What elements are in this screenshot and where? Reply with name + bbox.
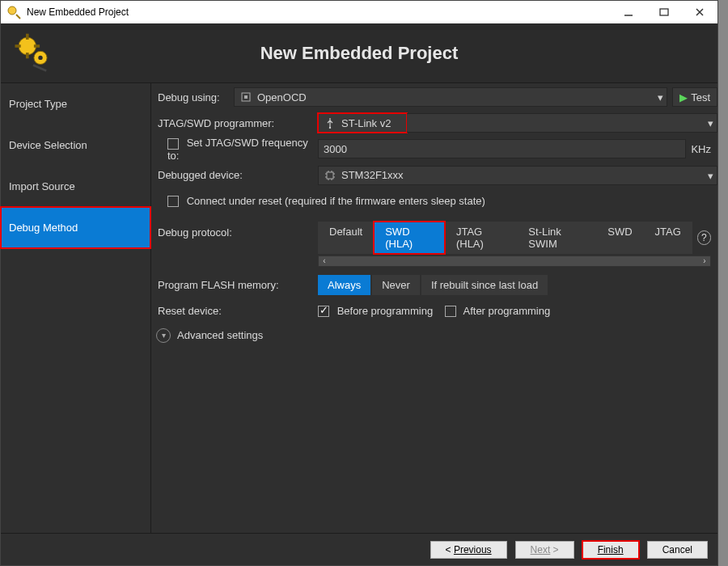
scroll-right-arrow-icon[interactable]: › bbox=[699, 256, 710, 265]
protocol-tab-jtag[interactable]: JTAG bbox=[644, 222, 692, 254]
chevron-down-icon: ▾ bbox=[156, 328, 171, 343]
sidebar-item-debug-method[interactable]: Debug Method bbox=[1, 207, 150, 248]
set-frequency-label: Set JTAG/SWD frequency to: bbox=[167, 137, 308, 162]
protocol-tab-swd-hla[interactable]: SWD (HLA) bbox=[374, 222, 445, 254]
svg-point-0 bbox=[8, 6, 16, 15]
advanced-expander[interactable]: ▾ Advanced settings bbox=[156, 328, 717, 343]
sidebar-item-import-source[interactable]: Import Source bbox=[1, 166, 150, 207]
wizard-footer: < Previous Next > Finish Cancel bbox=[1, 533, 717, 565]
svg-rect-1 bbox=[660, 9, 668, 15]
connect-reset-checkbox[interactable] bbox=[167, 196, 179, 207]
dialog-body: Project Type Device Selection Import Sou… bbox=[1, 83, 717, 533]
svg-rect-12 bbox=[327, 172, 333, 179]
protocol-tabs: Default SWD (HLA) JTAG (HLA) St-Link SWI… bbox=[318, 222, 692, 254]
scroll-left-arrow-icon[interactable]: ‹ bbox=[319, 256, 330, 265]
flash-option-always[interactable]: Always bbox=[318, 275, 370, 295]
svg-rect-7 bbox=[35, 45, 39, 47]
device-label: Debugged device: bbox=[156, 169, 318, 181]
programmer-select[interactable]: ST-Link v2 bbox=[318, 113, 407, 133]
svg-rect-4 bbox=[27, 34, 28, 38]
dialog-title: New Embedded Project bbox=[66, 43, 653, 64]
protocol-label: Debug protocol: bbox=[156, 222, 318, 239]
svg-point-2 bbox=[19, 37, 36, 55]
dialog-header: New Embedded Project bbox=[1, 23, 717, 83]
protocol-tab-swd[interactable]: SWD bbox=[596, 222, 643, 254]
flash-option-never[interactable]: Never bbox=[372, 275, 420, 295]
reset-after-checkbox[interactable] bbox=[445, 306, 456, 317]
flash-options: Always Never If rebuilt since last load bbox=[318, 275, 549, 295]
finish-button[interactable]: Finish bbox=[582, 541, 639, 559]
cancel-button[interactable]: Cancel bbox=[647, 541, 708, 559]
openocd-icon bbox=[239, 91, 252, 103]
next-button[interactable]: Next > bbox=[515, 541, 574, 559]
chevron-down-icon: ▾ bbox=[658, 91, 663, 103]
programmer-value: ST-Link v2 bbox=[341, 117, 391, 129]
svg-rect-5 bbox=[27, 53, 28, 57]
minimize-button[interactable] bbox=[611, 1, 646, 23]
help-icon[interactable]: ? bbox=[697, 230, 711, 245]
wizard-sidebar: Project Type Device Selection Import Sou… bbox=[1, 83, 151, 533]
reset-before-checkbox[interactable] bbox=[318, 306, 329, 317]
frequency-input[interactable]: 3000 bbox=[318, 139, 686, 158]
chip-icon bbox=[324, 169, 336, 182]
svg-rect-10 bbox=[244, 95, 248, 99]
sidebar-item-device-selection[interactable]: Device Selection bbox=[1, 125, 150, 166]
device-select[interactable]: STM32F1xxx ▾ bbox=[318, 166, 717, 185]
advanced-label: Advanced settings bbox=[177, 329, 263, 341]
gears-icon bbox=[1, 29, 66, 78]
set-frequency-checkbox[interactable] bbox=[167, 138, 179, 150]
window-title: New Embedded Project bbox=[27, 6, 129, 18]
svg-rect-6 bbox=[15, 45, 19, 47]
device-value: STM32F1xxx bbox=[341, 169, 404, 181]
chevron-down-icon: ▾ bbox=[708, 117, 713, 129]
reset-label: Reset device: bbox=[156, 305, 318, 317]
play-icon: ▶ bbox=[679, 91, 688, 103]
programmer-select-ext[interactable]: ▾ bbox=[407, 113, 717, 133]
usb-icon bbox=[324, 116, 336, 129]
reset-after-label: After programming bbox=[463, 305, 550, 317]
settings-panel: Debug using: OpenOCD ▾ ▶ Test JTAG/SWD p… bbox=[151, 83, 717, 533]
dialog-window: New Embedded Project bbox=[0, 0, 718, 566]
debug-using-value: OpenOCD bbox=[257, 91, 307, 103]
connect-reset-label: Connect under reset (required if the fir… bbox=[187, 195, 485, 207]
protocol-tab-jtag-hla[interactable]: JTAG (HLA) bbox=[445, 222, 517, 254]
frequency-unit: KHz bbox=[691, 143, 717, 155]
protocol-tab-default[interactable]: Default bbox=[318, 222, 374, 254]
svg-point-11 bbox=[329, 127, 331, 129]
programmer-label: JTAG/SWD programmer: bbox=[156, 117, 318, 129]
previous-button[interactable]: < Previous bbox=[430, 541, 507, 559]
flash-option-if-rebuilt[interactable]: If rebuilt since last load bbox=[421, 275, 548, 295]
protocol-tab-stlink-swim[interactable]: St-Link SWIM bbox=[517, 222, 596, 254]
debug-using-label: Debug using: bbox=[156, 91, 234, 103]
svg-point-8 bbox=[38, 55, 42, 59]
protocol-scrollbar[interactable]: ‹ › bbox=[318, 256, 711, 267]
titlebar: New Embedded Project bbox=[1, 1, 717, 23]
close-button[interactable] bbox=[682, 1, 717, 23]
reset-before-label: Before programming bbox=[337, 305, 434, 317]
chevron-down-icon: ▾ bbox=[708, 170, 713, 182]
sidebar-item-project-type[interactable]: Project Type bbox=[1, 83, 150, 125]
maximize-button[interactable] bbox=[646, 1, 682, 23]
flash-label: Program FLASH memory: bbox=[156, 279, 318, 291]
test-button[interactable]: ▶ Test bbox=[672, 87, 717, 107]
debug-using-select[interactable]: OpenOCD ▾ bbox=[234, 87, 667, 107]
app-icon bbox=[6, 4, 22, 20]
